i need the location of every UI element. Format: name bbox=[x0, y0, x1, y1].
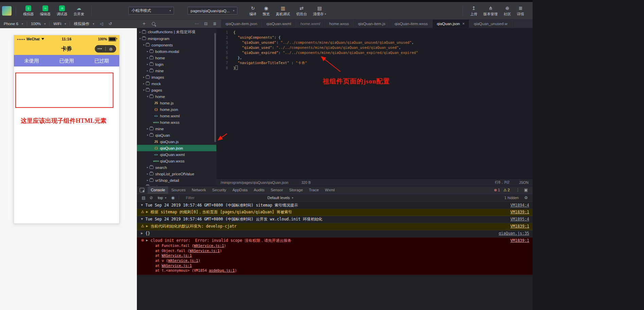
file-tab-home-wxml[interactable]: home.wxml bbox=[296, 20, 325, 28]
user-avatar[interactable] bbox=[2, 6, 12, 16]
console-message-log-0[interactable]: ▼Tue Sep 24 2019 10:57:46 GMT+0800 (中国标准… bbox=[137, 202, 533, 209]
source-link[interactable]: WAService.js:1 bbox=[190, 249, 220, 253]
scrollbar-thumb[interactable] bbox=[214, 33, 216, 142]
code-editor[interactable]: 1{2 "usingComponents": {3 "qiaQuan_unuse… bbox=[216, 28, 533, 179]
toolbar-cache-button[interactable]: ▤清缓存▾ bbox=[310, 2, 329, 19]
page-select[interactable]: pages/qiaQuan/qiaQ... ▾ bbox=[187, 7, 237, 15]
console-message-error[interactable]: ⊗▶cloud init error: Error: invalid scope… bbox=[137, 237, 533, 275]
source-link[interactable]: asdebug.js:1 bbox=[209, 268, 235, 272]
tree-item-mine[interactable]: ▸mine bbox=[137, 125, 216, 132]
error-badge[interactable]: ⊗ 1 bbox=[494, 188, 500, 192]
tree-item-components[interactable]: ▾components bbox=[137, 42, 216, 48]
capsule-menu[interactable]: ••• ◎ bbox=[95, 45, 116, 53]
tree-item-home-wxml[interactable]: <>home.wxml bbox=[137, 113, 216, 119]
tree-item-home-json[interactable]: {}home.json bbox=[137, 106, 216, 113]
more-icon[interactable]: ⋯ bbox=[192, 21, 201, 26]
expand-arrow-icon[interactable]: ▶ bbox=[146, 224, 150, 228]
tree-item-miniprogram[interactable]: ▾miniprogram bbox=[137, 35, 216, 42]
tree-item-cloudfunctions[interactable]: ▸cloudfunctions | 未指定环境 bbox=[137, 29, 216, 35]
expand-arrow-icon[interactable]: ▶ bbox=[146, 210, 150, 214]
tree-item-qiaquan-wxss[interactable]: wxssqiaQuan.wxss bbox=[137, 158, 216, 164]
source-link[interactable]: qiaQuan.js:35 bbox=[493, 231, 529, 236]
network-select[interactable]: WiFi ▾ bbox=[50, 22, 69, 26]
devtools-tab-storage[interactable]: Storage bbox=[286, 186, 306, 194]
file-tab-qiaquan-item-js[interactable]: qiaQuan-item.js bbox=[354, 20, 390, 28]
tree-item-search[interactable]: ▸search bbox=[137, 164, 216, 171]
filter-input[interactable] bbox=[185, 195, 265, 200]
tree-item-qiaquan-json[interactable]: {}qiaQuan.json bbox=[137, 145, 216, 151]
kebab-menu-icon[interactable]: ⋮ bbox=[514, 188, 522, 192]
devtools-tab-wxml[interactable]: Wxml bbox=[322, 186, 338, 194]
toolbar-details-button[interactable]: ≣详情 bbox=[514, 2, 527, 19]
expand-arrow-icon[interactable]: ▼ bbox=[141, 203, 145, 207]
expand-arrow-icon[interactable]: ▶ bbox=[146, 238, 150, 242]
coupon-tab-2[interactable]: 已过期 bbox=[84, 58, 119, 64]
toolbar-compile-button[interactable]: ↻编译 bbox=[246, 2, 260, 19]
source-link[interactable]: VM1895:4 bbox=[504, 217, 529, 222]
source-link[interactable]: VM1839:1 bbox=[504, 238, 529, 243]
file-tab-qiaquan-wxml[interactable]: qiaQuan.wxml bbox=[262, 20, 296, 28]
toolbar-cloud-button[interactable]: ☁云开发 bbox=[71, 2, 88, 19]
levels-select[interactable]: Default levels ▾ bbox=[265, 196, 296, 200]
search-icon[interactable] bbox=[152, 22, 155, 25]
file-tab-qiaquan-item-json[interactable]: qiaQuan-item.json bbox=[221, 20, 262, 28]
collapse-all-icon[interactable]: ⊟ bbox=[201, 21, 210, 26]
coupon-tab-0[interactable]: 未使用 bbox=[14, 58, 49, 64]
toolbar-preview-button[interactable]: ◉预览 bbox=[260, 2, 273, 19]
cursor-position[interactable]: 行8，列2 bbox=[495, 180, 509, 185]
console-message-warn-3[interactable]: ⚠▶当前代码初始化的默认环境为: develop-cjatrVM1839:1 bbox=[137, 223, 533, 230]
explorer-menu-icon[interactable]: ≣ bbox=[210, 21, 219, 26]
toolbar-simulator-button[interactable]: ▯模拟器 bbox=[20, 2, 37, 19]
expand-arrow-icon[interactable]: ▼ bbox=[141, 217, 145, 221]
console-sidebar-icon[interactable]: ▤ bbox=[140, 195, 147, 200]
console-message-warn-1[interactable]: ⚠▶根据 sitemap 的规则[0]，当前页面 [pages/qiaQuan/… bbox=[137, 209, 533, 216]
mode-select[interactable]: 小程序模式 ▾ bbox=[128, 7, 174, 15]
rotate-device-icon[interactable]: ↺ bbox=[106, 21, 115, 26]
toolbar-editor-button[interactable]: ‹›编辑器 bbox=[37, 2, 54, 19]
tree-item-qiaquan-js[interactable]: JSqiaQuan.js bbox=[137, 138, 216, 145]
toolbar-background-button[interactable]: ⇄切后台 bbox=[293, 2, 310, 19]
inspect-icon[interactable] bbox=[140, 188, 144, 192]
tree-item-pages[interactable]: ▾pages bbox=[137, 87, 216, 93]
zoom-select[interactable]: 100% ▾ bbox=[28, 22, 49, 26]
tree-item-bottom-modal[interactable]: ▸bottom-modal bbox=[137, 48, 216, 55]
tree-item-mock[interactable]: ▸mock bbox=[137, 80, 216, 87]
settings-gear-icon[interactable]: ⚙ bbox=[522, 195, 530, 200]
speaker-icon[interactable]: ◁ bbox=[97, 21, 106, 26]
toolbar-device-debug-button[interactable]: ▥真机调试 bbox=[273, 2, 293, 19]
tree-item-home-wxss[interactable]: wxsshome.wxss bbox=[137, 119, 216, 125]
tree-item-qiaquan[interactable]: ▾qiaQuan bbox=[137, 132, 216, 138]
sim-action-select[interactable]: 模拟操作 ▾ bbox=[71, 21, 97, 26]
source-link[interactable]: VM1839:1 bbox=[504, 224, 529, 229]
source-link[interactable]: WAService.js:1 bbox=[162, 253, 192, 257]
file-tab-qiaquan-item-wxss[interactable]: qiaQuan-item.wxss bbox=[390, 20, 432, 28]
source-link[interactable]: VM1894:4 bbox=[504, 203, 529, 208]
source-link[interactable]: WAService.js:1 bbox=[168, 258, 198, 263]
exit-circle-icon[interactable]: ◎ bbox=[106, 47, 116, 51]
devtools-tab-network[interactable]: Network bbox=[189, 186, 209, 194]
devtools-tab-security[interactable]: Security bbox=[209, 186, 230, 194]
tree-item-mine[interactable]: ▸mine bbox=[137, 67, 216, 74]
file-tab-home-wxss[interactable]: home.wxss bbox=[325, 20, 354, 28]
devtools-tab-sensor[interactable]: Sensor bbox=[268, 186, 286, 194]
tree-item-vrshop-detail[interactable]: ▸vrShop_detail bbox=[137, 177, 216, 183]
file-tab-qiaquan-json[interactable]: qiaQuan.json× bbox=[432, 20, 469, 28]
toolbar-upload-button[interactable]: ↥上传 bbox=[467, 2, 480, 19]
more-icon[interactable]: ••• bbox=[95, 47, 105, 51]
source-link[interactable]: WAService.js:1 bbox=[162, 264, 192, 268]
devtools-tab-trace[interactable]: Trace bbox=[306, 186, 322, 194]
tree-item-images[interactable]: ▸images bbox=[137, 74, 216, 80]
toolbar-version-button[interactable]: ⋔版本管理 bbox=[480, 2, 501, 19]
tree-item-home[interactable]: ▾home bbox=[137, 93, 216, 100]
devtools-tab-console[interactable]: Console bbox=[148, 186, 168, 194]
new-file-icon[interactable]: + bbox=[140, 21, 148, 26]
language-mode[interactable]: JSON bbox=[519, 180, 529, 185]
close-tab-icon[interactable]: × bbox=[462, 21, 465, 26]
dock-icon[interactable]: ▣ bbox=[522, 188, 530, 192]
context-select[interactable]: top ▾ bbox=[155, 196, 169, 200]
devtools-tab-sources[interactable]: Sources bbox=[168, 186, 189, 194]
tree-item-home[interactable]: ▸home bbox=[137, 55, 216, 61]
console-message-log-4[interactable]: ▶{}qiaQuan.js:35 bbox=[137, 230, 533, 237]
tree-item-shoplist-priceofvalue[interactable]: ▸shopList_priceOfValue bbox=[137, 171, 216, 177]
tree-item-login[interactable]: ▸login bbox=[137, 61, 216, 67]
